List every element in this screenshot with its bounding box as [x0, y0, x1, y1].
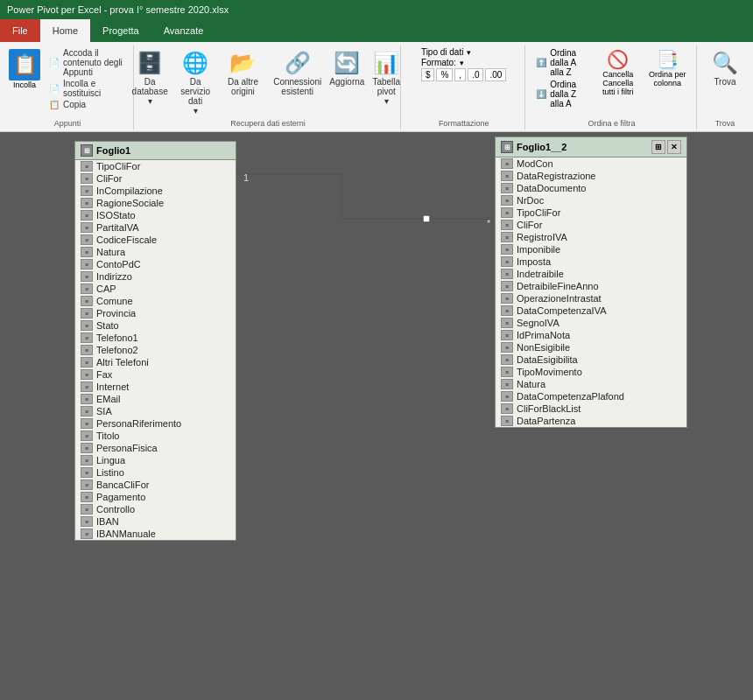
cancella-filtri-label: Cancella tutti i filtri	[599, 79, 637, 96]
field-name: Imposta	[517, 256, 551, 267]
field-icon: ≡	[501, 354, 513, 365]
field-icon: ≡	[501, 232, 513, 242]
incolla-sostituisci-button[interactable]: 📄 Incolla e sostituisci	[46, 78, 128, 99]
percent-button[interactable]: %	[436, 68, 453, 81]
list-item: ≡PersonaRiferimento	[75, 417, 236, 430]
field-icon: ≡	[501, 220, 513, 230]
list-item: ≡Titolo	[75, 430, 236, 442]
dollar-button[interactable]: $	[421, 68, 435, 81]
tipo-dati-dropdown-icon[interactable]: ▾	[467, 48, 471, 57]
accoda-button[interactable]: 📄 Accoda il contenuto degli Appunti	[46, 47, 128, 78]
ordina-per-colonna-button[interactable]: 📑 Ordina per colonna	[644, 47, 691, 89]
formato-label: Formato:	[421, 58, 456, 67]
list-item: ≡CodiceFiscale	[75, 234, 236, 246]
field-icon: ≡	[501, 367, 513, 377]
tab-home[interactable]: Home	[40, 19, 90, 42]
list-item: ≡IBANManuale	[75, 528, 236, 540]
foglio1-2-expand-btn[interactable]: ⊞	[651, 140, 665, 154]
field-name: DataCompetenzaIVA	[517, 305, 607, 316]
da-servizio-icon: 🌐	[181, 49, 209, 77]
list-item: ≡SIA	[75, 405, 236, 417]
formattazione-group-label: Formattazione	[439, 117, 489, 128]
ordina-az-icon: ⬆️	[536, 58, 546, 67]
field-icon: ≡	[501, 305, 513, 316]
field-name: IBAN	[96, 516, 119, 527]
list-item: ≡Altri Telefoni	[75, 356, 236, 368]
aggiorna-button[interactable]: 🔄 Aggiorna	[329, 47, 364, 88]
title-bar: Power Pivot per Excel - prova I° semestr…	[0, 0, 753, 19]
list-item: ≡TipoCliFor	[496, 206, 686, 219]
da-database-button[interactable]: 🗄️ Da database▾	[130, 47, 170, 108]
connessioni-esistenti-button[interactable]: 🔗 Connessioni esistenti	[267, 47, 327, 98]
field-name: Altri Telefoni	[96, 357, 149, 368]
field-icon: ≡	[81, 320, 93, 331]
comma-button[interactable]: ,	[454, 68, 466, 81]
field-icon: ≡	[81, 198, 93, 208]
field-name: DataEsigibilita	[517, 354, 578, 365]
field-icon: ≡	[501, 379, 513, 389]
list-item: ≡DataEsigibilita	[496, 354, 686, 366]
list-item: ≡IdPrimaNota	[496, 329, 686, 341]
table-card-foglio1: ⊞ Foglio1 ≡TipoCliFor≡CliFor≡InCompilazi…	[74, 141, 236, 541]
ribbon-content: 📋 Incolla 📄 Accoda il contenuto degli Ap…	[0, 42, 753, 132]
field-icon: ≡	[81, 430, 93, 441]
tab-progetta[interactable]: Progetta	[90, 19, 151, 42]
field-icon: ≡	[501, 244, 513, 255]
dec-decrease-button[interactable]: .00	[485, 68, 506, 81]
field-icon: ≡	[81, 271, 93, 282]
field-name: CodiceFiscale	[96, 234, 157, 245]
field-name: CliFor	[517, 220, 542, 230]
aggiorna-icon: 🔄	[333, 49, 361, 77]
field-icon: ≡	[81, 382, 93, 392]
dec-increase-button[interactable]: .0	[468, 68, 483, 81]
ribbon-group-formattazione: Tipo di dati ▾ Formato: ▾ $ % , .0 .00 F…	[403, 46, 525, 130]
tipo-dati-label: Tipo di dati	[421, 47, 464, 57]
trova-button[interactable]: 🔍 Trova	[706, 47, 744, 88]
field-icon: ≡	[81, 345, 93, 355]
cancella-filtri-button[interactable]: 🚫 Cancella Cancella tutti i filtri	[595, 47, 640, 98]
da-servizio-dati-button[interactable]: 🌐 Da servizio dati▾	[172, 47, 218, 117]
field-icon: ≡	[501, 330, 513, 340]
accoda-label: Accoda il contenuto degli Appunti	[63, 48, 124, 77]
list-item: ≡TipoCliFor	[75, 160, 236, 172]
tab-avanzate[interactable]: Avanzate	[151, 19, 216, 42]
field-name: DataCompetenzaPlafond	[517, 391, 624, 402]
tabella-pivot-button[interactable]: 📊 Tabella pivot▾	[366, 47, 406, 108]
list-item: ≡Stato	[75, 319, 236, 332]
incolla-sost-label: Incolla e sostituisci	[63, 79, 124, 98]
list-item: ≡CliForBlackList	[496, 402, 686, 415]
list-item: ≡Indirizzo	[75, 270, 236, 283]
copia-label: Copia	[63, 100, 86, 109]
field-name: Indetraibile	[517, 269, 564, 279]
tab-file[interactable]: File	[0, 19, 40, 42]
ordina-za-button[interactable]: ⬇️ Ordina dalla Z alla A	[532, 79, 592, 109]
field-icon: ≡	[81, 443, 93, 453]
copia-button[interactable]: 📋 Copia	[46, 99, 128, 110]
list-item: ≡PartitaIVA	[75, 221, 236, 234]
title-bar-text: Power Pivot per Excel - prova I° semestr…	[7, 4, 229, 15]
field-name: IdPrimaNota	[517, 330, 570, 340]
list-item: ≡Controllo	[75, 503, 236, 515]
field-icon: ≡	[501, 281, 513, 291]
paste-button[interactable]: 📋 Incolla	[7, 47, 42, 110]
field-name: PersonaFisica	[96, 443, 158, 453]
field-name: DataPartenza	[517, 416, 575, 426]
da-altre-origini-button[interactable]: 📂 Da altre origini	[221, 47, 265, 98]
field-icon: ≡	[501, 195, 513, 206]
tabella-pivot-icon: 📊	[372, 49, 400, 77]
accoda-icon: 📄	[49, 58, 60, 67]
list-item: ≡DataCompetenzaPlafond	[496, 390, 686, 402]
ordina-az-button[interactable]: ⬆️ Ordina dalla A alla Z	[532, 47, 592, 78]
field-name: Indirizzo	[96, 271, 132, 282]
formato-dropdown-icon[interactable]: ▾	[460, 59, 464, 67]
foglio1-2-close-btn[interactable]: ✕	[667, 140, 681, 154]
ordina-group-label: Ordina e filtra	[588, 117, 636, 128]
list-item: ≡Comune	[75, 295, 236, 307]
table-card-foglio1-header: ⊞ Foglio1	[75, 142, 236, 160]
foglio1-table-icon: ⊞	[81, 144, 93, 157]
field-icon: ≡	[501, 183, 513, 193]
cancella-label: Cancella	[602, 70, 633, 79]
trova-group-label: Trova	[715, 117, 735, 128]
field-name: DataDocumento	[517, 183, 587, 193]
list-item: ≡ModCon	[496, 158, 686, 170]
